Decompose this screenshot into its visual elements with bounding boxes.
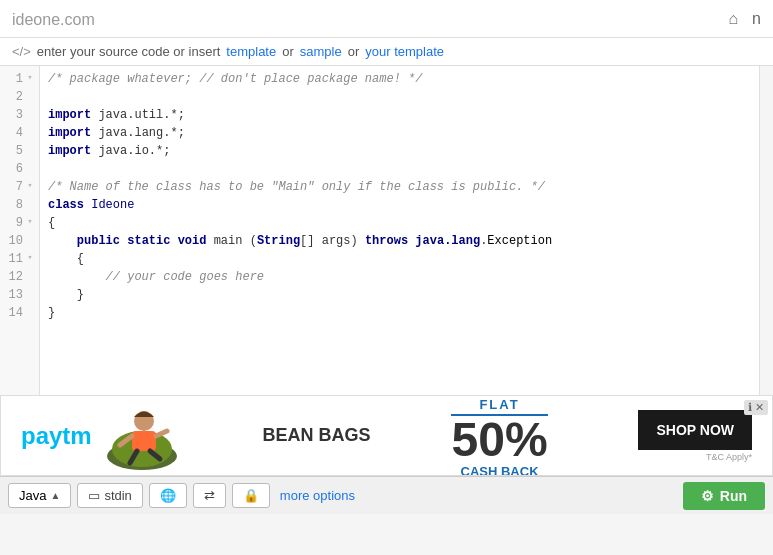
line-number: 8 bbox=[0, 196, 39, 214]
svg-line-5 bbox=[156, 431, 167, 436]
close-icon: ✕ bbox=[755, 401, 764, 413]
your-template-link[interactable]: your template bbox=[365, 44, 444, 59]
ad-close-button[interactable]: ℹ✕ bbox=[744, 400, 768, 415]
ad-right: FLAT 50% CASH BACK bbox=[451, 396, 547, 476]
language-selector[interactable]: Java ▲ bbox=[8, 483, 71, 508]
more-options-link[interactable]: more options bbox=[276, 484, 359, 507]
logo-dot: .com bbox=[60, 11, 95, 28]
cash-back-label: CASH BACK bbox=[451, 464, 547, 477]
code-line: /* package whatever; // don't place pack… bbox=[48, 70, 751, 88]
user-icon[interactable]: n bbox=[752, 10, 761, 28]
vertical-scrollbar[interactable] bbox=[759, 66, 773, 395]
code-line: public static void main (String[] args) … bbox=[48, 232, 751, 250]
ad-left: paytm bbox=[21, 401, 182, 471]
stdin-icon: ▭ bbox=[88, 488, 100, 503]
paytm-logo: paytm bbox=[21, 422, 92, 450]
dropdown-arrow-icon: ▲ bbox=[50, 490, 60, 501]
code-line: import java.io.*; bbox=[48, 142, 751, 160]
line-number: 5 bbox=[0, 142, 39, 160]
line-number: 7▾ bbox=[0, 178, 39, 196]
code-line bbox=[48, 88, 751, 106]
home-icon[interactable]: ⌂ bbox=[728, 10, 738, 28]
template-link[interactable]: template bbox=[226, 44, 276, 59]
line-numbers: 1▾234567▾89▾1011▾121314 bbox=[0, 66, 40, 395]
code-line bbox=[48, 160, 751, 178]
language-label: Java bbox=[19, 488, 46, 503]
code-line: import java.lang.*; bbox=[48, 124, 751, 142]
line-number: 12 bbox=[0, 268, 39, 286]
header-icons: ⌂ n bbox=[728, 10, 761, 28]
ad-cta: SHOP NOW T&C Apply* bbox=[628, 410, 752, 462]
line-number: 6 bbox=[0, 160, 39, 178]
line-number: 2 bbox=[0, 88, 39, 106]
or2: or bbox=[348, 44, 360, 59]
logo: ideone.com bbox=[12, 7, 95, 30]
line-number: 3 bbox=[0, 106, 39, 124]
globe-button[interactable]: 🌐 bbox=[149, 483, 187, 508]
source-toolbar: </> enter your source code or insert tem… bbox=[0, 38, 773, 66]
line-number: 4 bbox=[0, 124, 39, 142]
left-controls: Java ▲ ▭ stdin 🌐 ⇄ 🔒 more options bbox=[8, 483, 359, 508]
code-line: } bbox=[48, 286, 751, 304]
run-gear-icon: ⚙ bbox=[701, 488, 714, 504]
line-number: 14 bbox=[0, 304, 39, 322]
code-line: } bbox=[48, 304, 751, 322]
line-number: 13 bbox=[0, 286, 39, 304]
line-number: 1▾ bbox=[0, 70, 39, 88]
code-line: import java.util.*; bbox=[48, 106, 751, 124]
shop-now-button[interactable]: SHOP NOW bbox=[638, 410, 752, 450]
run-label: Run bbox=[720, 488, 747, 504]
toolbar-prompt: enter your source code or insert bbox=[37, 44, 221, 59]
lock-icon: 🔒 bbox=[243, 488, 259, 503]
stdin-label: stdin bbox=[104, 488, 131, 503]
line-number: 9▾ bbox=[0, 214, 39, 232]
link-button[interactable]: ⇄ bbox=[193, 483, 226, 508]
sample-link[interactable]: sample bbox=[300, 44, 342, 59]
stdin-button[interactable]: ▭ stdin bbox=[77, 483, 142, 508]
lock-button[interactable]: 🔒 bbox=[232, 483, 270, 508]
run-button[interactable]: ⚙ Run bbox=[683, 482, 765, 510]
code-line: class Ideone bbox=[48, 196, 751, 214]
or1: or bbox=[282, 44, 294, 59]
svg-rect-3 bbox=[132, 431, 156, 451]
line-number: 10 bbox=[0, 232, 39, 250]
code-editor[interactable]: /* package whatever; // don't place pack… bbox=[40, 66, 759, 395]
header: ideone.com ⌂ n bbox=[0, 0, 773, 38]
logo-main: ideone bbox=[12, 11, 60, 28]
ad-illustration bbox=[102, 401, 182, 471]
ad-middle: BEAN BAGS bbox=[263, 425, 371, 446]
ad-banner: ℹ✕ paytm BEAN BAGS FLAT 50% CASH BACK bbox=[0, 396, 773, 476]
globe-icon: 🌐 bbox=[160, 488, 176, 503]
editor-container: 1▾234567▾89▾1011▾121314 /* package whate… bbox=[0, 66, 773, 396]
code-line: /* Name of the class has to be "Main" on… bbox=[48, 178, 751, 196]
info-icon: ℹ bbox=[748, 401, 752, 413]
code-line: { bbox=[48, 214, 751, 232]
tc-text: T&C Apply* bbox=[706, 452, 752, 462]
percent-text: 50% bbox=[451, 416, 547, 464]
line-number: 11▾ bbox=[0, 250, 39, 268]
code-line: { bbox=[48, 250, 751, 268]
code-line: // your code goes here bbox=[48, 268, 751, 286]
paytm-text: paytm bbox=[21, 422, 92, 449]
bean-bags-label: BEAN BAGS bbox=[263, 425, 371, 445]
link-icon: ⇄ bbox=[204, 488, 215, 503]
bottom-toolbar: Java ▲ ▭ stdin 🌐 ⇄ 🔒 more options ⚙ Run bbox=[0, 476, 773, 514]
code-icon: </> bbox=[12, 44, 31, 59]
